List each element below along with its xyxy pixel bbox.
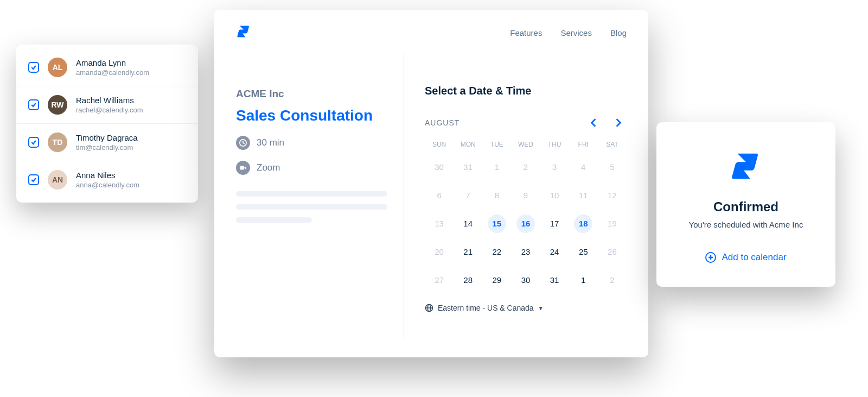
event-title: Sales Consultation — [236, 106, 387, 125]
add-to-calendar-button[interactable]: Add to calendar — [705, 252, 786, 263]
day-cell: 20 — [425, 243, 454, 261]
day-4: 4 — [574, 158, 592, 177]
day-of-week: SAT — [598, 141, 627, 148]
day-cell: 31 — [454, 158, 482, 177]
nav-features[interactable]: Features — [510, 28, 542, 37]
day-26: 26 — [603, 243, 621, 261]
avatar: AN — [48, 170, 67, 190]
day-of-week: THU — [540, 141, 569, 148]
day-cell: 3 — [540, 158, 569, 177]
user-row[interactable]: AL Amanda Lynn amanda@calendly.com — [16, 49, 198, 86]
day-1: 1 — [574, 271, 592, 289]
user-email: anna@calendly.com — [76, 181, 139, 189]
month-label: AUGUST — [425, 118, 459, 127]
duration-label: 30 min — [257, 137, 284, 148]
day-3: 3 — [545, 158, 564, 177]
avatar: TD — [48, 133, 67, 152]
day-cell: 7 — [454, 186, 482, 205]
day-2: 2 — [603, 271, 621, 289]
day-8: 8 — [488, 186, 506, 205]
event-details: ACME Inc Sales Consultation 30 min Zoom — [236, 51, 404, 341]
confirm-panel: Confirmed You're scheduled with Acme Inc… — [656, 122, 835, 287]
day-cell: 13 — [425, 215, 454, 233]
day-25: 25 — [574, 243, 592, 261]
user-email: amanda@calendly.com — [76, 68, 149, 77]
day-15[interactable]: 15 — [488, 215, 506, 233]
day-12: 12 — [603, 186, 621, 205]
checkbox-icon[interactable] — [28, 99, 39, 110]
checkbox-icon[interactable] — [28, 174, 39, 185]
user-row[interactable]: RW Rachel Williams rachel@calendly.com — [16, 86, 198, 123]
nav-services[interactable]: Services — [560, 28, 592, 37]
timezone-label: Eastern time - US & Canada — [438, 304, 534, 312]
video-icon — [236, 161, 250, 175]
location-row: Zoom — [236, 161, 387, 175]
booking-panel: Features Services Blog ACME Inc Sales Co… — [214, 10, 648, 357]
calendar-grid: SUNMONTUEWEDTHUFRISAT3031123456789101112… — [425, 141, 627, 289]
avatar: RW — [48, 95, 67, 115]
day-cell: 1 — [482, 158, 511, 177]
user-email: tim@calendly.com — [76, 143, 138, 152]
nav-links: Features Services Blog — [510, 28, 627, 37]
day-cell: 16 — [511, 215, 540, 233]
day-18[interactable]: 18 — [574, 215, 592, 233]
company-name: ACME Inc — [236, 88, 387, 100]
confirm-subtitle: You're scheduled with Acme Inc — [689, 220, 803, 229]
day-of-week: MON — [454, 141, 482, 148]
checkbox-icon[interactable] — [28, 137, 39, 148]
description-placeholder — [236, 191, 387, 223]
day-cell: 5 — [598, 158, 627, 177]
clock-icon — [236, 136, 250, 150]
day-cell: 31 — [540, 271, 569, 289]
day-1: 1 — [488, 158, 506, 177]
day-20: 20 — [430, 243, 449, 261]
day-cell: 2 — [598, 271, 627, 289]
day-cell: 9 — [511, 186, 540, 205]
day-21: 21 — [459, 243, 477, 261]
day-of-week: TUE — [482, 141, 511, 148]
timezone-picker[interactable]: Eastern time - US & Canada ▼ — [425, 304, 627, 312]
day-cell: 24 — [540, 243, 569, 261]
day-cell: 10 — [540, 186, 569, 205]
day-11: 11 — [574, 186, 592, 205]
day-cell: 6 — [425, 186, 454, 205]
day-16[interactable]: 16 — [516, 215, 535, 233]
day-28: 28 — [459, 271, 477, 289]
day-cell: 22 — [482, 243, 511, 261]
next-month-icon[interactable] — [614, 118, 623, 128]
day-cell: 8 — [482, 186, 511, 205]
day-17: 17 — [545, 215, 564, 233]
nav-blog[interactable]: Blog — [610, 28, 627, 37]
day-31: 31 — [545, 271, 564, 289]
day-cell: 21 — [454, 243, 482, 261]
day-29: 29 — [488, 271, 506, 289]
day-7: 7 — [459, 186, 477, 205]
day-30: 30 — [516, 271, 535, 289]
day-27: 27 — [430, 271, 449, 289]
calendar-area: Select a Date & Time AUGUST SUNMONTUEWED… — [404, 51, 627, 341]
day-31: 31 — [459, 158, 477, 177]
day-cell: 18 — [569, 215, 598, 233]
duration-row: 30 min — [236, 136, 387, 150]
user-name: Anna Niles — [76, 171, 139, 180]
svg-rect-1 — [240, 166, 244, 169]
caret-down-icon: ▼ — [538, 305, 544, 311]
day-5: 5 — [603, 158, 621, 177]
booking-header: Features Services Blog — [214, 10, 648, 51]
logo-icon — [236, 24, 251, 41]
checkbox-icon[interactable] — [28, 62, 39, 73]
user-row[interactable]: AN Anna Niles anna@calendly.com — [16, 161, 198, 198]
day-cell: 12 — [598, 186, 627, 205]
user-row[interactable]: TD Timothy Dagraca tim@calendly.com — [16, 123, 198, 161]
day-13: 13 — [430, 215, 449, 233]
day-cell: 1 — [569, 271, 598, 289]
day-cell: 19 — [598, 215, 627, 233]
select-date-title: Select a Date & Time — [425, 85, 627, 97]
day-9: 9 — [516, 186, 535, 205]
day-cell: 15 — [482, 215, 511, 233]
day-22: 22 — [488, 243, 506, 261]
prev-month-icon[interactable] — [589, 118, 598, 128]
day-cell: 30 — [425, 158, 454, 177]
day-cell: 23 — [511, 243, 540, 261]
user-name: Timothy Dagraca — [76, 133, 138, 142]
